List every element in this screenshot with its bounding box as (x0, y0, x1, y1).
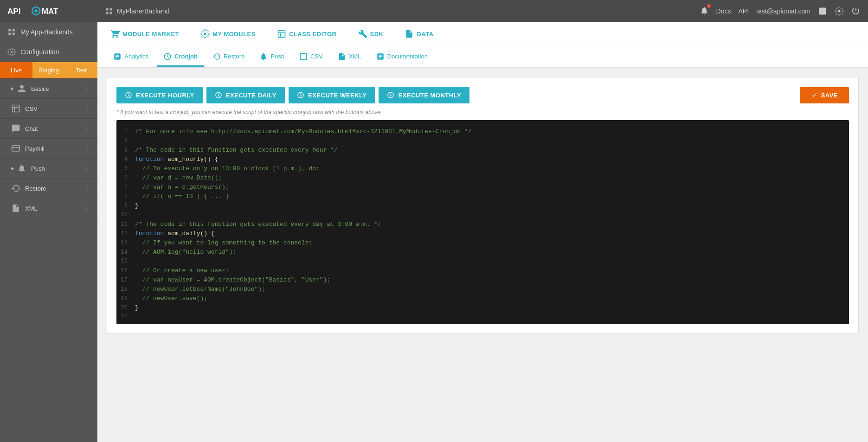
svg-rect-15 (13, 105, 19, 112)
sidebar-item-push[interactable]: Push ⋮ (0, 159, 97, 179)
code-line: 9} (116, 202, 849, 211)
wrench-icon (358, 29, 367, 38)
user-email: test@apiomat.com (756, 7, 810, 15)
user-avatar-icon[interactable] (818, 6, 827, 16)
svg-point-20 (204, 33, 206, 35)
sidebar: My App-Backends Configuration Live Stagi… (0, 22, 97, 442)
svg-rect-21 (278, 31, 285, 38)
line-content: /* The code in this function gets execut… (135, 147, 849, 154)
sub-nav-restore[interactable]: Restore (206, 47, 251, 67)
code-line: 7 // var n = d.getHours(); (116, 183, 849, 192)
sidebar-item-basics[interactable]: Basics ⋮ (0, 79, 97, 99)
sub-nav-label-xml: XML (349, 53, 361, 60)
more-icon-chat[interactable]: ⋮ (83, 124, 90, 133)
sidebar-item-csv[interactable]: CSV ⋮ (0, 99, 97, 119)
env-tab-test[interactable]: Test (65, 62, 97, 78)
nav-label-my-modules: MY MODULES (212, 31, 256, 38)
paymill-icon (11, 144, 20, 153)
nav-item-sdk[interactable]: SDK (354, 22, 387, 47)
line-number: 11 (116, 221, 135, 228)
line-number: 7 (116, 184, 135, 191)
nav-item-data[interactable]: DATA (401, 22, 437, 47)
code-line: 21 (116, 313, 849, 322)
code-line: 4function aom_hourly() { (116, 155, 849, 165)
sidebar-label-chat: Chat (25, 125, 83, 132)
clock-icon-monthly (387, 91, 394, 99)
line-number: 15 (116, 258, 135, 264)
line-content: // To execute only on 13:00 o'clock (1 p… (135, 165, 849, 172)
env-tab-staging[interactable]: Staging (32, 62, 65, 78)
more-icon-basics[interactable]: ⋮ (83, 84, 90, 93)
restore-sub-icon (212, 52, 221, 61)
line-content: // var d = new Date(); (135, 174, 849, 181)
apps-icon (7, 28, 16, 36)
code-line: 12function aom_daily() { (116, 230, 849, 239)
sidebar-item-my-app-backends[interactable]: My App-Backends (0, 22, 97, 42)
line-number: 13 (116, 240, 135, 246)
execute-weekly-button[interactable]: EXECUTE WEEKLY (289, 87, 375, 103)
cronjob-panel: EXECUTE HOURLY EXECUTE DAILY EXECUTE WEE… (107, 77, 859, 334)
nav-item-my-modules[interactable]: MY MODULES (197, 22, 259, 47)
sub-nav-label-documentation: Documentation (387, 53, 428, 60)
line-number: 5 (116, 166, 135, 172)
sub-nav-documentation[interactable]: Documentation (370, 47, 434, 67)
sub-nav-csv[interactable]: CSV (293, 47, 329, 67)
page-content: EXECUTE HOURLY EXECUTE DAILY EXECUTE WEE… (97, 68, 868, 442)
top-nav: MODULE MARKET MY MODULES CLASS EDITOR SD… (97, 22, 868, 47)
cronjob-icon (163, 52, 172, 61)
line-content: /* For more info see http://docs.apiomat… (135, 128, 849, 135)
svg-rect-12 (8, 33, 11, 35)
sidebar-label-xml: XML (25, 205, 83, 212)
code-line: 15 (116, 257, 849, 267)
code-line: 2 (116, 137, 849, 146)
line-number: 14 (116, 249, 135, 256)
notifications-bell[interactable] (700, 6, 709, 17)
line-number: 2 (116, 137, 135, 144)
line-number: 6 (116, 175, 135, 181)
code-line: 6 // var d = new Date(); (116, 174, 849, 183)
line-number: 9 (116, 203, 135, 209)
sidebar-item-chat[interactable]: Chat ⋮ (0, 119, 97, 139)
more-icon-restore[interactable]: ⋮ (83, 184, 90, 193)
docs-link[interactable]: Docs (716, 7, 731, 15)
line-number: 3 (116, 147, 135, 154)
more-icon-paymill[interactable]: ⋮ (83, 144, 90, 153)
save-button[interactable]: SAVE (800, 87, 849, 103)
code-line: 1/* For more info see http://docs.apioma… (116, 128, 849, 137)
env-tab-live[interactable]: Live (0, 62, 32, 78)
sub-nav-push[interactable]: Push (253, 47, 291, 67)
analytics-icon (113, 52, 122, 61)
nav-label-class-editor: CLASS EDITOR (289, 31, 337, 38)
sub-nav-xml[interactable]: XML (331, 47, 368, 67)
more-icon-csv[interactable]: ⋮ (83, 104, 90, 113)
nav-item-class-editor[interactable]: CLASS EDITOR (273, 22, 341, 47)
more-icon-xml[interactable]: ⋮ (83, 204, 90, 213)
clock-icon-weekly (297, 91, 304, 99)
sub-nav-analytics[interactable]: Analytics (107, 47, 155, 67)
svg-point-9 (838, 10, 841, 13)
sidebar-label-push: Push (31, 165, 83, 172)
code-line: 8 // if( n == 13 ) { ... } (116, 192, 849, 202)
sidebar-item-xml[interactable]: XML ⋮ (0, 199, 97, 218)
power-icon[interactable] (851, 6, 861, 16)
sub-nav-cronjob[interactable]: Cronjob (157, 47, 204, 67)
sidebar-item-paymill[interactable]: Paymill ⋮ (0, 139, 97, 159)
more-icon-push[interactable]: ⋮ (83, 164, 90, 173)
svg-rect-7 (110, 12, 112, 14)
line-content: } (135, 304, 849, 311)
code-editor[interactable]: 1/* For more info see http://docs.apioma… (116, 120, 849, 324)
nav-item-module-market[interactable]: MODULE MARKET (107, 22, 183, 47)
line-number: 17 (116, 277, 135, 283)
execute-hourly-button[interactable]: EXECUTE HOURLY (116, 87, 203, 103)
code-line: 17 // var newUser = AOM.createObject("Ba… (116, 276, 849, 285)
api-link[interactable]: API (739, 7, 749, 15)
execute-monthly-button[interactable]: EXECUTE MONTHLY (379, 87, 469, 103)
sidebar-item-restore[interactable]: Restore ⋮ (0, 179, 97, 199)
clock-icon-daily (215, 91, 222, 99)
sidebar-item-configuration[interactable]: Configuration (0, 42, 97, 62)
settings-icon[interactable] (835, 6, 844, 16)
execute-daily-button[interactable]: EXECUTE DAILY (206, 87, 285, 103)
cart-icon (110, 29, 120, 38)
line-content: /* The code in this function gets execut… (135, 221, 849, 228)
line-number: 21 (116, 314, 135, 320)
